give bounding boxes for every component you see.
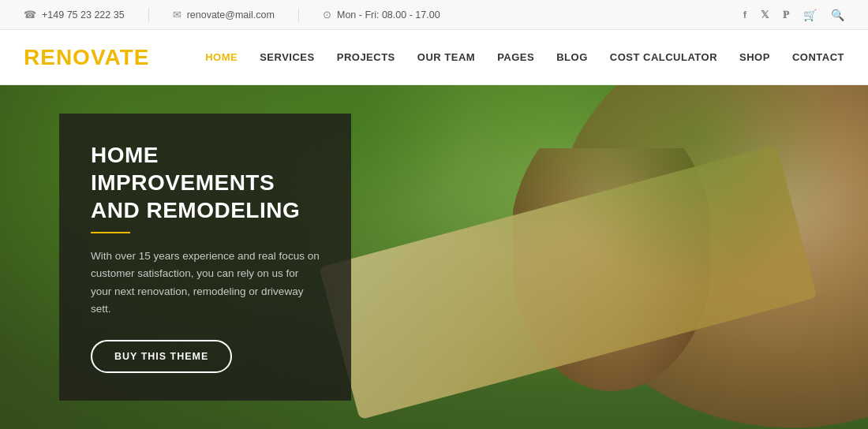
- hero-description: With over 15 years experience and real f…: [91, 248, 320, 318]
- phone-icon: ☎: [24, 9, 36, 21]
- email-address: renovate@mail.com: [187, 9, 275, 21]
- hero-title-line2: AND REMODELING: [91, 198, 300, 222]
- nav-item-blog[interactable]: BLOG: [556, 51, 588, 63]
- hero-title-line1: HOME IMPROVEMENTS: [91, 143, 275, 195]
- nav-item-home[interactable]: HOME: [205, 51, 238, 63]
- email-icon: ✉: [173, 9, 181, 21]
- hours-info: ⊙ Mon - Fri: 08.00 - 17.00: [323, 9, 440, 21]
- pinterest-icon[interactable]: 𝐏: [783, 9, 789, 21]
- nav-item-cost-calculator[interactable]: COST CALCULATOR: [610, 51, 717, 63]
- clock-icon: ⊙: [323, 9, 331, 21]
- business-hours: Mon - Fri: 08.00 - 17.00: [337, 9, 440, 21]
- hero-section: HOME IMPROVEMENTS AND REMODELING With ov…: [0, 85, 868, 429]
- facebook-icon[interactable]: f: [743, 9, 746, 21]
- divider-2: [298, 8, 299, 22]
- buy-theme-button[interactable]: BUY THIS THEME: [91, 340, 232, 373]
- nav-item-shop[interactable]: SHOP: [739, 51, 770, 63]
- nav-item-our-team[interactable]: OUR TEAM: [417, 51, 475, 63]
- nav-item-pages[interactable]: PAGES: [497, 51, 534, 63]
- nav-item-projects[interactable]: PROJECTS: [337, 51, 395, 63]
- main-nav: HOME SERVICES PROJECTS OUR TEAM PAGES BL…: [205, 51, 844, 63]
- top-bar: ☎ +149 75 23 222 35 ✉ renovate@mail.com …: [0, 0, 868, 30]
- cart-icon[interactable]: 🛒: [803, 9, 817, 21]
- phone-info: ☎ +149 75 23 222 35: [24, 9, 125, 21]
- top-bar-left: ☎ +149 75 23 222 35 ✉ renovate@mail.com …: [24, 8, 440, 22]
- nav-item-contact[interactable]: CONTACT: [792, 51, 844, 63]
- hero-divider: [91, 232, 130, 233]
- nav-item-services[interactable]: SERVICES: [260, 51, 315, 63]
- search-icon[interactable]: 🔍: [831, 9, 844, 21]
- header: RENOVATE HOME SERVICES PROJECTS OUR TEAM…: [0, 30, 868, 85]
- top-bar-right: f 𝕏 𝐏 🛒 🔍: [743, 9, 844, 21]
- email-info: ✉ renovate@mail.com: [173, 9, 275, 21]
- phone-number: +149 75 23 222 35: [42, 9, 125, 21]
- hero-title: HOME IMPROVEMENTS AND REMODELING: [91, 141, 320, 224]
- divider-1: [148, 8, 149, 22]
- hero-content-box: HOME IMPROVEMENTS AND REMODELING With ov…: [59, 114, 351, 401]
- site-logo[interactable]: RENOVATE: [24, 45, 149, 70]
- twitter-icon[interactable]: 𝕏: [761, 9, 769, 21]
- hero-title-block: HOME IMPROVEMENTS AND REMODELING With ov…: [91, 141, 320, 340]
